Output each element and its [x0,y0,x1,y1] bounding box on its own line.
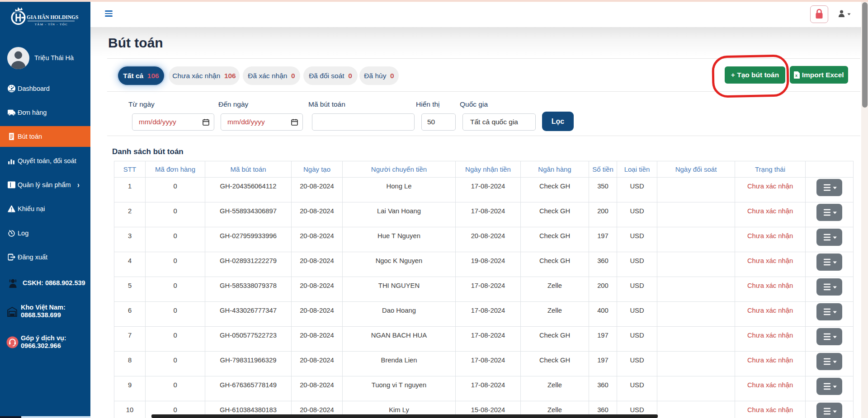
svg-text:x: x [795,73,797,78]
